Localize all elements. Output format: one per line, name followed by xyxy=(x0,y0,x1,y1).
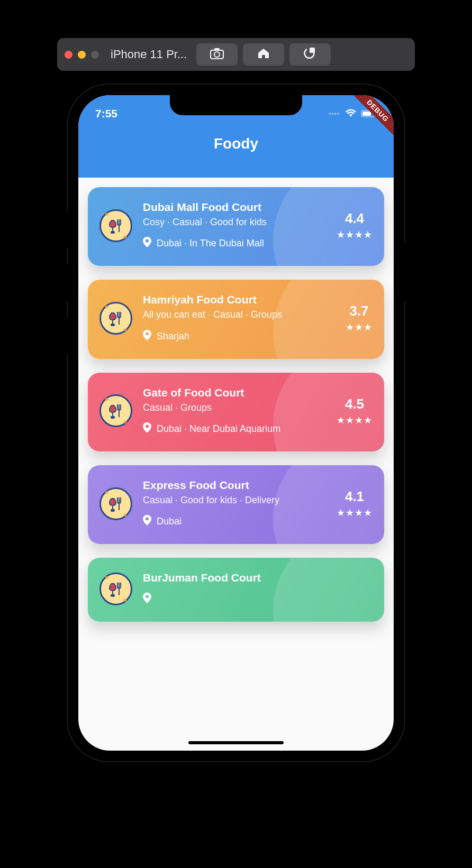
restaurant-card[interactable]: Gate of Food CourtCasual · GroupsDubai ·… xyxy=(88,373,384,451)
status-time: 7:55 xyxy=(95,107,117,120)
wine-fork-icon xyxy=(99,572,132,605)
card-info: Gate of Food CourtCasual · GroupsDubai ·… xyxy=(143,386,331,436)
location-text: Sharjah xyxy=(157,331,189,342)
location-text: Dubai · Near Dubai Aquarium xyxy=(157,423,280,435)
card-info: Express Food CourtCasual · Good for kids… xyxy=(143,479,331,528)
rating-block xyxy=(367,588,373,590)
restaurant-name: Dubai Mall Food Court xyxy=(143,201,331,214)
rating-block: 3.7★★★ xyxy=(340,303,373,333)
rating-value: 4.5 xyxy=(337,396,373,412)
device-frame: DEBUG 7:55 •••• Foody Dubai Mall Food Co… xyxy=(68,85,404,761)
pin-icon xyxy=(143,515,151,528)
pin-icon xyxy=(143,330,151,343)
wine-fork-icon xyxy=(99,302,132,335)
home-indicator[interactable] xyxy=(188,741,284,744)
rating-stars: ★★★★ xyxy=(337,507,373,519)
maximize-window-button[interactable] xyxy=(91,51,99,59)
wine-fork-icon xyxy=(99,487,132,520)
rating-stars: ★★★ xyxy=(346,321,373,333)
cellular-icon: •••• xyxy=(329,110,340,117)
rating-value: 4.1 xyxy=(337,488,373,505)
rating-stars: ★★★★ xyxy=(337,229,373,241)
svg-rect-5 xyxy=(362,112,371,116)
svg-rect-3 xyxy=(310,48,315,53)
restaurant-location: Dubai · In The Dubai Mall xyxy=(143,237,331,250)
card-info: BurJuman Food Court xyxy=(143,571,367,606)
pin-icon xyxy=(143,237,151,250)
home-icon xyxy=(257,48,270,61)
wine-fork-icon xyxy=(99,394,132,427)
svg-point-1 xyxy=(214,52,220,57)
card-info: Hamriyah Food CourtAll you can eat · Cas… xyxy=(143,293,340,343)
location-text: Dubai · In The Dubai Mall xyxy=(157,238,264,249)
restaurant-tags: Casual · Groups xyxy=(143,401,331,414)
svg-rect-2 xyxy=(214,48,220,51)
svg-rect-13 xyxy=(111,324,114,326)
close-window-button[interactable] xyxy=(65,51,72,59)
restaurant-name: Express Food Court xyxy=(143,479,331,492)
card-info: Dubai Mall Food CourtCosy · Casual · Goo… xyxy=(143,201,331,250)
rating-stars: ★★★★ xyxy=(337,414,373,426)
restaurant-location: Dubai xyxy=(143,515,331,528)
screenshot-button[interactable] xyxy=(196,43,238,66)
minimize-window-button[interactable] xyxy=(78,51,86,59)
pin-icon xyxy=(143,593,151,606)
restaurant-card[interactable]: BurJuman Food Court xyxy=(88,558,384,622)
restaurant-card[interactable]: Dubai Mall Food CourtCosy · Casual · Goo… xyxy=(88,187,384,266)
wine-fork-icon xyxy=(99,209,132,242)
restaurant-card[interactable]: Express Food CourtCasual · Good for kids… xyxy=(88,465,384,544)
rating-block: 4.5★★★★ xyxy=(331,396,373,426)
restaurant-tags: Casual · Good for kids · Delivery xyxy=(143,494,331,506)
restaurant-list[interactable]: Dubai Mall Food CourtCosy · Casual · Goo… xyxy=(78,178,394,751)
restaurant-tags: All you can eat · Casual · Groups xyxy=(143,308,340,321)
app-title: Foody xyxy=(78,125,394,152)
svg-rect-8 xyxy=(111,232,114,233)
wifi-icon xyxy=(345,107,357,120)
rating-value: 4.4 xyxy=(337,210,373,227)
home-button[interactable] xyxy=(243,43,284,66)
rating-value: 3.7 xyxy=(346,303,373,319)
restaurant-name: Gate of Food Court xyxy=(143,386,331,399)
rotate-button[interactable] xyxy=(289,43,331,66)
camera-icon xyxy=(210,48,224,61)
restaurant-name: Hamriyah Food Court xyxy=(143,293,340,306)
rating-block: 4.4★★★★ xyxy=(331,210,373,241)
restaurant-location: Sharjah xyxy=(143,330,340,343)
svg-rect-23 xyxy=(111,510,114,511)
restaurant-tags: Cosy · Casual · Good for kids xyxy=(143,216,331,228)
location-text: Dubai xyxy=(157,516,181,527)
rating-block: 4.1★★★★ xyxy=(331,488,373,519)
restaurant-card[interactable]: Hamriyah Food CourtAll you can eat · Cas… xyxy=(88,280,384,358)
restaurant-location: Dubai · Near Dubai Aquarium xyxy=(143,422,331,436)
window-controls xyxy=(65,51,99,59)
restaurant-location xyxy=(143,593,367,606)
restaurant-name: BurJuman Food Court xyxy=(143,571,367,584)
device-notch xyxy=(170,95,302,115)
simulator-device-title: iPhone 11 Pr... xyxy=(111,48,187,61)
simulator-toolbar: iPhone 11 Pr... xyxy=(57,38,415,71)
svg-rect-18 xyxy=(111,417,114,418)
pin-icon xyxy=(143,422,151,436)
rotate-icon xyxy=(303,48,317,61)
svg-rect-28 xyxy=(111,595,114,596)
device-screen: DEBUG 7:55 •••• Foody Dubai Mall Food Co… xyxy=(78,95,394,751)
